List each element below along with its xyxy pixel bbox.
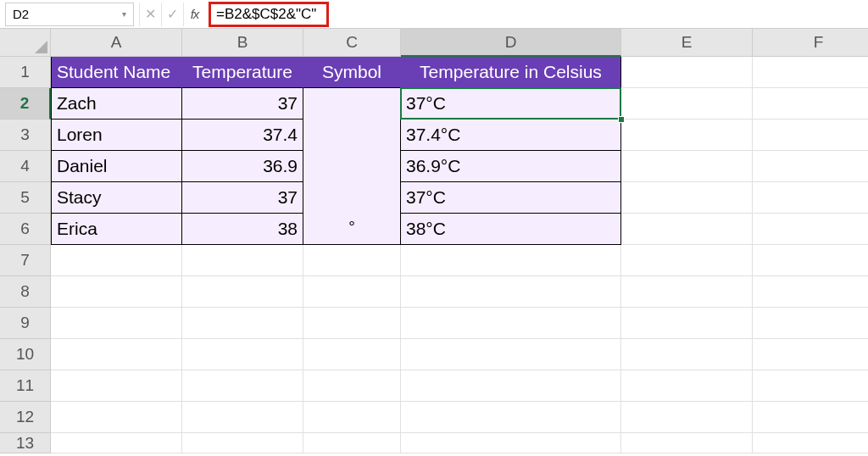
- cell-a11[interactable]: [51, 370, 182, 402]
- cell-c13[interactable]: [303, 433, 401, 453]
- cell-c10[interactable]: [303, 339, 401, 370]
- cell-a6[interactable]: Erica: [51, 214, 182, 245]
- cell-f2[interactable]: [753, 88, 868, 120]
- col-header-e[interactable]: E: [621, 29, 753, 57]
- cell-symbol-merged[interactable]: °: [303, 88, 401, 245]
- cell-c12[interactable]: [303, 402, 401, 433]
- header-student-name[interactable]: Student Name: [51, 57, 182, 88]
- header-temp-celsius[interactable]: Temperature in Celsius: [401, 57, 621, 88]
- header-temperature[interactable]: Temperature: [182, 57, 303, 88]
- fx-icon[interactable]: fx: [183, 3, 205, 26]
- cell-a7[interactable]: [51, 245, 182, 276]
- cell-b5[interactable]: 37: [182, 182, 303, 214]
- cell-e9[interactable]: [621, 308, 753, 339]
- cell-e5[interactable]: [621, 182, 753, 214]
- cell-d2[interactable]: 37°C: [401, 88, 621, 120]
- select-all-corner[interactable]: [0, 29, 51, 57]
- cell-e10[interactable]: [621, 339, 753, 370]
- row-header-10[interactable]: 10: [0, 339, 51, 370]
- cell-f5[interactable]: [753, 182, 868, 214]
- cell-e4[interactable]: [621, 151, 753, 182]
- cell-d10[interactable]: [401, 339, 621, 370]
- cell-f1[interactable]: [753, 57, 868, 88]
- accept-formula-icon[interactable]: ✓: [161, 3, 183, 26]
- col-header-a[interactable]: A: [51, 29, 182, 57]
- row-header-3[interactable]: 3: [0, 120, 51, 151]
- cell-a2[interactable]: Zach: [51, 88, 182, 120]
- cell-e12[interactable]: [621, 402, 753, 433]
- cell-a3[interactable]: Loren: [51, 120, 182, 151]
- cell-f8[interactable]: [753, 276, 868, 308]
- row-header-4[interactable]: 4: [0, 151, 51, 182]
- row-header-5[interactable]: 5: [0, 182, 51, 214]
- cell-c8[interactable]: [303, 276, 401, 308]
- cell-f6[interactable]: [753, 214, 868, 245]
- header-symbol[interactable]: Symbol: [303, 57, 401, 88]
- cell-c7[interactable]: [303, 245, 401, 276]
- cell-a4[interactable]: Daniel: [51, 151, 182, 182]
- col-header-c[interactable]: C: [303, 29, 401, 57]
- cell-d3[interactable]: 37.4°C: [401, 120, 621, 151]
- cell-f4[interactable]: [753, 151, 868, 182]
- cell-c9[interactable]: [303, 308, 401, 339]
- fill-handle[interactable]: [618, 116, 625, 123]
- cancel-formula-icon[interactable]: ✕: [139, 3, 161, 26]
- cell-f13[interactable]: [753, 433, 868, 453]
- cell-b10[interactable]: [182, 339, 303, 370]
- cell-d7[interactable]: [401, 245, 621, 276]
- row-header-6[interactable]: 6: [0, 214, 51, 245]
- cell-a13[interactable]: [51, 433, 182, 453]
- name-box-dropdown-icon[interactable]: ▾: [122, 9, 126, 19]
- cell-b12[interactable]: [182, 402, 303, 433]
- row-header-2[interactable]: 2: [0, 88, 51, 120]
- row-header-8[interactable]: 8: [0, 276, 51, 308]
- col-header-b[interactable]: B: [182, 29, 303, 57]
- cell-d9[interactable]: [401, 308, 621, 339]
- cell-b4[interactable]: 36.9: [182, 151, 303, 182]
- cell-b9[interactable]: [182, 308, 303, 339]
- row-header-7[interactable]: 7: [0, 245, 51, 276]
- formula-input[interactable]: =B2&$C$2&"C": [209, 2, 329, 27]
- row-header-12[interactable]: 12: [0, 402, 51, 433]
- cell-d12[interactable]: [401, 402, 621, 433]
- row-header-13[interactable]: 13: [0, 433, 51, 453]
- cell-e7[interactable]: [621, 245, 753, 276]
- col-header-f[interactable]: F: [753, 29, 868, 57]
- cell-d5[interactable]: 37°C: [401, 182, 621, 214]
- cell-d4[interactable]: 36.9°C: [401, 151, 621, 182]
- cell-f12[interactable]: [753, 402, 868, 433]
- cell-e6[interactable]: [621, 214, 753, 245]
- cell-a10[interactable]: [51, 339, 182, 370]
- cell-a12[interactable]: [51, 402, 182, 433]
- row-header-1[interactable]: 1: [0, 57, 51, 88]
- cell-e1[interactable]: [621, 57, 753, 88]
- cell-b7[interactable]: [182, 245, 303, 276]
- cell-f3[interactable]: [753, 120, 868, 151]
- cell-e3[interactable]: [621, 120, 753, 151]
- cell-e11[interactable]: [621, 370, 753, 402]
- cell-d11[interactable]: [401, 370, 621, 402]
- row-header-11[interactable]: 11: [0, 370, 51, 402]
- cell-e8[interactable]: [621, 276, 753, 308]
- cell-b3[interactable]: 37.4: [182, 120, 303, 151]
- cell-b11[interactable]: [182, 370, 303, 402]
- cell-f9[interactable]: [753, 308, 868, 339]
- cell-b6[interactable]: 38: [182, 214, 303, 245]
- row-header-9[interactable]: 9: [0, 308, 51, 339]
- cell-a5[interactable]: Stacy: [51, 182, 182, 214]
- col-header-d[interactable]: D: [401, 29, 621, 57]
- cell-d13[interactable]: [401, 433, 621, 453]
- cell-e13[interactable]: [621, 433, 753, 453]
- cell-f7[interactable]: [753, 245, 868, 276]
- cell-e2[interactable]: [621, 88, 753, 120]
- cell-d6[interactable]: 38°C: [401, 214, 621, 245]
- cell-b13[interactable]: [182, 433, 303, 453]
- cell-b2[interactable]: 37: [182, 88, 303, 120]
- cell-f10[interactable]: [753, 339, 868, 370]
- cell-a9[interactable]: [51, 308, 182, 339]
- cell-a8[interactable]: [51, 276, 182, 308]
- cell-f11[interactable]: [753, 370, 868, 402]
- cell-d8[interactable]: [401, 276, 621, 308]
- cell-c11[interactable]: [303, 370, 401, 402]
- cell-b8[interactable]: [182, 276, 303, 308]
